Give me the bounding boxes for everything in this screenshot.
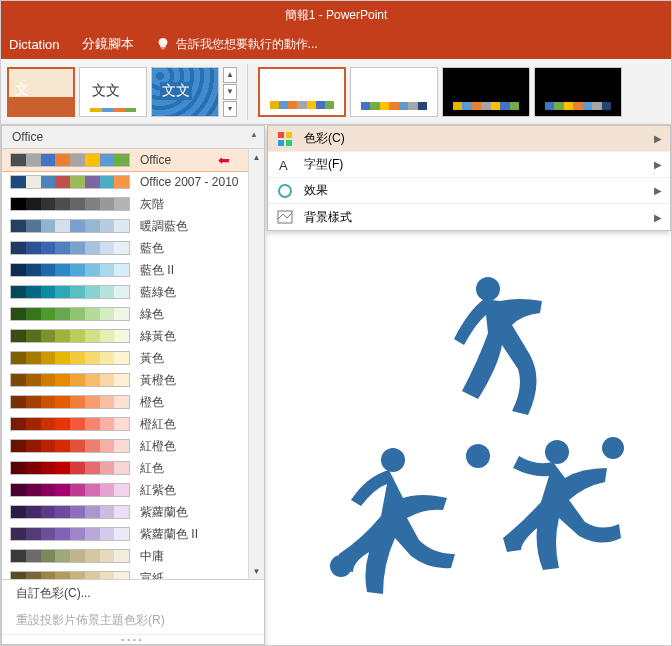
color-swatch-strip [10,329,130,343]
theme-gallery: 文 文文 文文 ▲ ▼ ▾ [7,67,237,117]
dropdown-header-label: Office [12,130,43,144]
menu-fonts[interactable]: A 字型(F) ▶ [268,152,670,178]
color-scheme-item[interactable]: Office⬅ [2,149,264,171]
color-scheme-label: 綠黃色 [140,328,176,345]
variant-thumb[interactable] [534,67,622,117]
color-scheme-item[interactable]: 藍綠色 [2,281,264,303]
color-scheme-item[interactable]: 藍色 [2,237,264,259]
menu-label: 色彩(C) [304,130,345,147]
color-scheme-label: 中庸 [140,548,164,565]
theme-thumb[interactable]: 文文 [79,67,147,117]
svg-point-7 [476,277,500,301]
color-scheme-item[interactable]: 紅橙色 [2,435,264,457]
color-scheme-item[interactable]: 紅紫色 [2,479,264,501]
color-scheme-item[interactable]: 中庸 [2,545,264,567]
color-swatch-strip [10,461,130,475]
variant-thumb[interactable] [258,67,346,117]
color-swatch-strip [10,175,130,189]
color-scheme-label: 紅紫色 [140,482,176,499]
variant-thumb[interactable] [350,67,438,117]
dropdown-header: Office ▲ [2,126,264,149]
color-swatch-strip [10,153,130,167]
color-scheme-label: 宣紙 [140,570,164,580]
separator [247,64,248,120]
color-scheme-item[interactable]: Office 2007 - 2010 [2,171,264,193]
color-scheme-label: 黃橙色 [140,372,176,389]
scroll-down-button[interactable]: ▼ [223,84,237,100]
svg-point-12 [602,437,624,459]
color-scheme-item[interactable]: 紫蘿蘭色 II [2,523,264,545]
color-scheme-item[interactable]: 紫蘿蘭色 [2,501,264,523]
color-swatch-strip [10,373,130,387]
chevron-right-icon: ▶ [654,133,662,144]
svg-rect-3 [286,140,292,146]
svg-point-9 [381,448,405,472]
menu-effects[interactable]: 效果 ▶ [268,178,670,204]
color-scheme-label: 紅橙色 [140,438,176,455]
reset-theme-colors: 重設投影片佈景主題色彩(R) [2,607,264,634]
color-scheme-label: 綠色 [140,306,164,323]
scroll-down-button[interactable]: ▼ [249,563,264,579]
color-scheme-item[interactable]: 橙紅色 [2,413,264,435]
color-swatch-strip [10,395,130,409]
color-scheme-item[interactable]: 宣紙 [2,567,264,579]
color-swatch-strip [10,527,130,541]
svg-rect-1 [286,132,292,138]
ribbon-tabs: Dictation 分鏡腳本 告訴我您想要執行的動作... [1,29,671,59]
color-scheme-label: 紫蘿蘭色 [140,504,188,521]
menu-label: 背景樣式 [304,209,352,226]
color-scheme-item[interactable]: 灰階 [2,193,264,215]
scroll-up-button[interactable]: ▲ [249,149,264,165]
color-scheme-label: 黃色 [140,350,164,367]
color-scheme-item[interactable]: 藍色 II [2,259,264,281]
color-scheme-item[interactable]: 綠色 [2,303,264,325]
dropdown-footer: 自訂色彩(C)... 重設投影片佈景主題色彩(R) [2,579,264,634]
background-icon [276,208,294,226]
color-scheme-item[interactable]: 暖調藍色 [2,215,264,237]
color-scheme-item[interactable]: 綠黃色 [2,325,264,347]
menu-colors[interactable]: 色彩(C) ▶ [268,126,670,152]
color-scheme-label: Office 2007 - 2010 [140,175,239,189]
color-scheme-item[interactable]: 橙色 [2,391,264,413]
svg-rect-2 [278,140,284,146]
variant-thumb[interactable] [442,67,530,117]
main-area: 色彩(C) ▶ A 字型(F) ▶ 效果 ▶ 背景樣式 ▶ Office ▲ O… [1,125,671,646]
color-scheme-item[interactable]: 紅色 [2,457,264,479]
resize-grip[interactable]: •••• [2,634,264,644]
color-scheme-item[interactable]: 黃橙色 [2,369,264,391]
color-scheme-item[interactable]: 黃色 [2,347,264,369]
variant-flyout-menu: 色彩(C) ▶ A 字型(F) ▶ 效果 ▶ 背景樣式 ▶ [267,125,671,231]
menu-background-styles[interactable]: 背景樣式 ▶ [268,204,670,230]
color-scheme-label: 灰階 [140,196,164,213]
custom-colors[interactable]: 自訂色彩(C)... [2,580,264,607]
svg-point-11 [545,440,569,464]
expand-gallery-button[interactable]: ▾ [223,101,237,117]
tab-storyboard[interactable]: 分鏡腳本 [82,35,134,53]
tell-me-search[interactable]: 告訴我您想要執行的動作... [156,36,318,53]
window-title: 簡報1 - PowerPoint [285,7,388,24]
chevron-up-icon: ▲ [250,130,258,139]
palette-icon [276,130,294,148]
color-swatch-strip [10,549,130,563]
chevron-right-icon: ▶ [654,159,662,170]
menu-label: 效果 [304,182,328,199]
scroll-up-button[interactable]: ▲ [223,67,237,83]
scrollbar-track[interactable] [249,165,264,563]
color-scheme-label: 橙紅色 [140,416,176,433]
color-scheme-label: Office [140,153,171,167]
color-scheme-label: 橙色 [140,394,164,411]
basketball-players-graphic [288,261,648,621]
color-scheme-list: Office⬅Office 2007 - 2010灰階暖調藍色藍色藍色 II藍綠… [2,149,264,579]
svg-rect-0 [278,132,284,138]
color-swatch-strip [10,417,130,431]
color-swatch-strip [10,307,130,321]
svg-point-5 [279,185,291,197]
chevron-right-icon: ▶ [654,185,662,196]
theme-thumb[interactable]: 文文 [151,67,219,117]
theme-thumb[interactable]: 文 [7,67,75,117]
variant-gallery [258,67,622,117]
tab-dictation[interactable]: Dictation [9,37,60,52]
theme-gallery-spinner: ▲ ▼ ▾ [223,67,237,117]
color-swatch-strip [10,219,130,233]
color-scheme-label: 藍色 II [140,262,174,279]
